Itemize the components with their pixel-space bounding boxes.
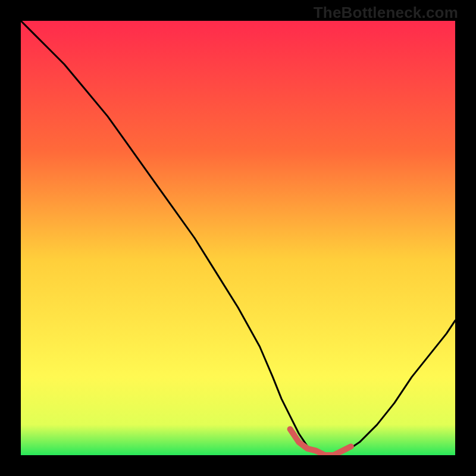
bottleneck-chart: [21, 21, 455, 455]
chart-background-gradient: [21, 21, 455, 455]
chart-frame: [21, 21, 455, 455]
watermark-text: TheBottleneck.com: [314, 4, 458, 22]
